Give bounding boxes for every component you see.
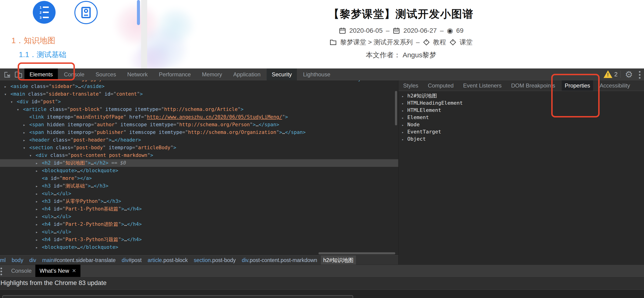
drawer-tab-console[interactable]: Console xyxy=(8,265,34,277)
expand-arrow-icon[interactable]: ▸ xyxy=(36,228,42,236)
expand-arrow-icon[interactable]: ▸ xyxy=(36,182,42,190)
expand-arrow-icon[interactable]: ▸ xyxy=(36,159,42,167)
expand-arrow-icon[interactable]: ▾ xyxy=(10,98,17,106)
drawer-menu-kebab-icon[interactable] xyxy=(0,268,2,275)
tag-link[interactable]: 教程 xyxy=(433,38,446,47)
elements-tree-row[interactable]: ▸<ul>…</ul> xyxy=(0,228,398,236)
expand-arrow-icon[interactable]: ▸ xyxy=(402,107,407,114)
breadcrumb-item[interactable]: body xyxy=(9,256,26,265)
breadcrumb-item[interactable]: h2#知识地图 xyxy=(321,256,356,265)
expand-arrow-icon[interactable]: ▸ xyxy=(4,83,10,91)
elements-tree-row[interactable]: ▾<main class="sidebar-translate" id="con… xyxy=(0,90,398,98)
elements-tree-row[interactable]: ▸<h3 id="测试基础">…</h3> xyxy=(0,182,398,190)
elements-tree-row[interactable]: ▸<h3 id="从零学Python">…</h3> xyxy=(0,197,398,205)
toc-link-test-basics[interactable]: 1.1．测试基础 xyxy=(19,50,66,60)
property-item[interactable]: ▸Object xyxy=(398,135,644,143)
tag-link[interactable]: 课堂 xyxy=(460,38,473,47)
elements-tree-row[interactable]: ▸<ul>…</ul> xyxy=(0,213,398,220)
inspect-element-icon[interactable] xyxy=(3,71,11,78)
elements-tree-row[interactable]: <link itemprop="mainEntityOfPage" href="… xyxy=(0,113,398,121)
devtools-menu-kebab-icon[interactable] xyxy=(639,71,640,79)
code-token: post xyxy=(43,99,55,104)
property-item[interactable]: ▸Element xyxy=(398,114,644,121)
expand-arrow-icon[interactable]: ▸ xyxy=(402,136,407,143)
elements-tree-row[interactable]: ▸<span hidden itemprop="author" itemscop… xyxy=(0,121,398,129)
breadcrumb-item[interactable]: article.post-block xyxy=(145,256,190,265)
expand-arrow-icon[interactable]: ▸ xyxy=(36,213,42,221)
breadcrumb-item[interactable]: div xyxy=(27,256,38,265)
tab-event-listeners[interactable]: Event Listeners xyxy=(460,80,504,91)
breadcrumb-item[interactable]: main#content.sidebar-translate xyxy=(40,256,118,265)
tab-lighthouse[interactable]: Lighthouse xyxy=(298,68,335,80)
elements-tree-row[interactable]: <a id="more"></a> xyxy=(0,174,398,182)
expand-arrow-icon[interactable]: ▾ xyxy=(29,152,36,159)
elements-tree-row[interactable]: ▾<article class="post-block" itemscope i… xyxy=(0,106,398,113)
tab-network[interactable]: Network xyxy=(122,68,153,80)
property-item[interactable]: ▸h2#知识地图 xyxy=(398,92,644,99)
expand-arrow-icon[interactable]: ▸ xyxy=(23,129,29,137)
drawer-tab-whats-new[interactable]: What's New ✕ xyxy=(35,265,80,277)
breadcrumb-item[interactable]: div#post xyxy=(119,256,144,265)
tab-dom-breakpoints[interactable]: DOM Breakpoints xyxy=(508,80,558,91)
expand-arrow-icon[interactable]: ▸ xyxy=(36,244,42,251)
close-icon[interactable]: ✕ xyxy=(72,265,76,277)
breadcrumb-item[interactable]: ml xyxy=(0,256,8,265)
expand-arrow-icon[interactable]: ▸ xyxy=(23,121,29,129)
elements-tree-row[interactable]: ▸<ul>…</ul> xyxy=(0,190,398,197)
sidebar-scrollbar-thumb[interactable] xyxy=(137,0,140,25)
category-breadcrumb[interactable]: 黎梦课堂 > 测试开发系列 xyxy=(340,38,413,47)
expand-arrow-icon[interactable]: ▸ xyxy=(36,236,42,244)
expand-arrow-icon[interactable]: ▸ xyxy=(402,129,407,136)
expand-arrow-icon[interactable]: ▸ xyxy=(36,190,42,198)
property-item[interactable]: ▸HTMLElement xyxy=(398,107,644,114)
elements-tree-row[interactable]: ▸<aside class="sidebar">…</aside> xyxy=(0,83,398,90)
tab-styles[interactable]: Styles xyxy=(400,80,421,91)
elements-tree-row[interactable]: ▸<span hidden itemprop="publisher" items… xyxy=(0,129,398,136)
elements-tree-row[interactable]: ▸<h4 id="Part-1-Python基础篇">…</h4> xyxy=(0,205,398,213)
expand-arrow-icon[interactable]: ▸ xyxy=(36,198,42,205)
tab-security[interactable]: Security xyxy=(267,68,297,80)
expand-arrow-icon[interactable]: ▾ xyxy=(4,91,10,98)
elements-tree-row[interactable]: ▾<div class="post-content post-markdown"… xyxy=(0,151,398,159)
settings-gear-icon[interactable]: ⚙ xyxy=(625,70,633,79)
tab-accessibility[interactable]: Accessibility xyxy=(596,80,633,91)
expand-arrow-icon[interactable]: ▸ xyxy=(36,167,42,175)
elements-tree-row[interactable]: ▸<h4 id="Part-3-Python习题篇">…</h4> xyxy=(0,236,398,243)
property-item[interactable]: ▸Node xyxy=(398,121,644,128)
elements-tree-row[interactable]: ▸<h4 id="Part-2-Python进阶篇">…</h4> xyxy=(0,220,398,228)
expand-arrow-icon[interactable]: ▸ xyxy=(402,114,407,122)
elements-tree-row[interactable]: ▸<header class="post-header">…</header> xyxy=(0,136,398,144)
breadcrumb-item[interactable]: div.post-content.post-markdown xyxy=(240,256,320,265)
tab-application[interactable]: Application xyxy=(228,68,266,80)
expand-arrow-icon[interactable]: ▾ xyxy=(23,144,29,152)
elements-tree-row[interactable]: ▾<section class="post-body" itemprop="ar… xyxy=(0,144,398,151)
expand-arrow-icon[interactable]: ▸ xyxy=(23,137,29,144)
toc-button[interactable]: 1 2 3 xyxy=(33,1,56,24)
elements-tree-row[interactable]: ▸<blockquote>…</blockquote> xyxy=(0,167,398,174)
expand-arrow-icon[interactable]: ▸ xyxy=(402,122,407,129)
breadcrumb-item[interactable]: section.post-body xyxy=(192,256,238,265)
property-item[interactable]: ▸HTMLHeadingElement xyxy=(398,99,644,107)
elements-breadcrumb-bar: mlbodydivmain#content.sidebar-translated… xyxy=(0,255,398,265)
expand-arrow-icon[interactable]: ▸ xyxy=(36,205,42,213)
toc-link-knowledge-map[interactable]: 1．知识地图 xyxy=(12,35,55,46)
expand-arrow-icon[interactable]: ▸ xyxy=(36,221,42,228)
tab-performance[interactable]: Performance xyxy=(154,68,196,80)
expand-arrow-icon[interactable]: ▸ xyxy=(402,93,407,100)
elements-vertical-scrollbar-thumb[interactable] xyxy=(395,91,397,125)
tab-computed[interactable]: Computed xyxy=(425,80,456,91)
property-item[interactable]: ▸EventTarget xyxy=(398,128,644,135)
expand-arrow-icon[interactable]: ▸ xyxy=(402,100,407,107)
tab-sources[interactable]: Sources xyxy=(90,68,121,80)
warning-count-badge[interactable]: 2 xyxy=(614,71,618,78)
elements-tree-row[interactable]: ▸<h2 id="知识地图">…</h2> == $0 xyxy=(0,159,398,167)
elements-tree-row[interactable]: ▸<blockquote>…</blockquote> xyxy=(0,243,398,251)
tab-memory[interactable]: Memory xyxy=(197,68,228,80)
code-token: <blockquote> xyxy=(42,244,77,250)
elements-tree-row[interactable]: ▾<div id="post"> xyxy=(0,98,398,106)
elements-horizontal-scrollbar-thumb[interactable] xyxy=(318,252,395,254)
code-token: =" xyxy=(91,122,97,128)
expand-arrow-icon[interactable]: ▾ xyxy=(17,106,23,114)
profile-button[interactable] xyxy=(74,1,98,24)
code-token: =" xyxy=(70,145,76,150)
